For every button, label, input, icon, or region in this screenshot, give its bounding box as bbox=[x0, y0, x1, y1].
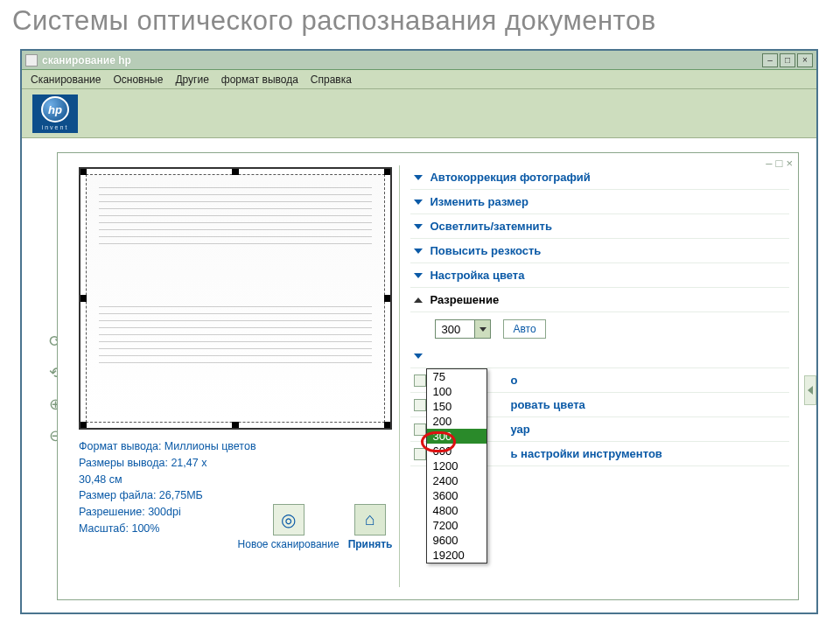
new-scan-icon: ◎ bbox=[273, 504, 304, 536]
acc-label: Осветлить/затемнить bbox=[430, 220, 551, 233]
partial-label: ь настройки инструментов bbox=[510, 447, 662, 460]
menu-other[interactable]: Другие bbox=[175, 74, 208, 86]
resolution-option[interactable]: 1200 bbox=[427, 458, 486, 473]
accept-button[interactable]: ⌂ Принять bbox=[348, 504, 393, 550]
combo-dropdown-button[interactable] bbox=[474, 320, 490, 338]
crop-handle[interactable] bbox=[80, 168, 87, 175]
acc-sharpen[interactable]: Повысить резкость bbox=[410, 239, 789, 263]
resolution-option[interactable]: 4800 bbox=[427, 503, 486, 518]
expand-right-handle[interactable] bbox=[804, 375, 816, 405]
partial-label: ровать цвета bbox=[510, 398, 584, 411]
title-bar: сканирование hp – □ × bbox=[22, 51, 816, 70]
resolution-option[interactable]: 3600 bbox=[427, 488, 486, 503]
crop-handle[interactable] bbox=[80, 295, 87, 302]
crop-handle[interactable] bbox=[232, 168, 239, 175]
window-title: сканирование hp bbox=[42, 54, 762, 66]
info-format: Формат вывода: Миллионы цветов bbox=[79, 438, 392, 455]
crop-handle[interactable] bbox=[384, 295, 391, 302]
resolution-option[interactable]: 300 bbox=[427, 429, 486, 444]
partial-label: о bbox=[510, 374, 517, 387]
crop-handle[interactable] bbox=[80, 422, 87, 429]
resolution-value: 300 bbox=[436, 323, 474, 336]
hp-logo-ball: hp bbox=[41, 96, 69, 122]
app-icon bbox=[25, 54, 38, 66]
scan-preview[interactable] bbox=[79, 167, 392, 430]
preview-page bbox=[86, 174, 385, 423]
resolution-option[interactable]: 100 bbox=[427, 384, 486, 399]
resolution-option[interactable]: 7200 bbox=[427, 518, 486, 533]
partial-label: уар bbox=[510, 423, 529, 436]
info-size-b: 30,48 см bbox=[79, 472, 392, 488]
auto-button[interactable]: Авто bbox=[503, 319, 545, 339]
left-pane: Формат вывода: Миллионы цветов Размеры в… bbox=[65, 160, 397, 592]
dropper-icon bbox=[414, 424, 426, 436]
hp-logo: hp invent bbox=[32, 94, 78, 133]
menu-bar: Сканирование Основные Другие формат выво… bbox=[22, 70, 816, 89]
acc-brightness[interactable]: Осветлить/затемнить bbox=[410, 214, 789, 239]
close-button[interactable]: × bbox=[797, 53, 813, 67]
crop-handle[interactable] bbox=[384, 422, 391, 429]
minimize-button[interactable]: – bbox=[762, 53, 778, 67]
crop-handle[interactable] bbox=[384, 168, 391, 175]
resolution-option[interactable]: 19200 bbox=[427, 548, 486, 563]
info-filesize: Размер файла: 26,75МБ bbox=[79, 487, 392, 504]
accept-label: Принять bbox=[348, 538, 393, 550]
pane-divider[interactable] bbox=[399, 165, 400, 587]
window-buttons: – □ × bbox=[762, 53, 813, 67]
mirror-icon bbox=[414, 374, 426, 387]
workspace: ⟳ ⟲ ⊕ ⊖ – □ × bbox=[22, 138, 816, 612]
resolution-dropdown-list[interactable]: 7510015020030060012002400360048007200960… bbox=[426, 368, 487, 564]
acc-label: Автокоррекция фотографий bbox=[430, 171, 590, 184]
acc-label: Настройка цвета bbox=[430, 269, 524, 282]
crop-handle[interactable] bbox=[232, 422, 239, 429]
scanner-icon: ⌂ bbox=[354, 504, 386, 536]
new-scan-label: Новое сканирование bbox=[238, 538, 340, 550]
resolution-option[interactable]: 75 bbox=[427, 369, 486, 384]
bottom-actions: ◎ Новое сканирование ⌂ Принять bbox=[79, 504, 392, 550]
reset-icon bbox=[414, 448, 426, 460]
acc-autocorrect[interactable]: Автокоррекция фотографий bbox=[410, 165, 789, 190]
menu-main[interactable]: Основные bbox=[113, 74, 163, 86]
info-size-a: Размеры вывода: 21,47 x bbox=[79, 455, 392, 472]
new-scan-button[interactable]: ◎ Новое сканирование bbox=[238, 504, 340, 550]
partial-row[interactable] bbox=[410, 344, 789, 368]
menu-format[interactable]: формат вывода bbox=[221, 74, 298, 86]
resolution-combo[interactable]: 300 bbox=[435, 319, 491, 339]
resolution-option[interactable]: 200 bbox=[427, 414, 486, 429]
acc-resolution[interactable]: Разрешение bbox=[410, 288, 789, 312]
resolution-option[interactable]: 150 bbox=[427, 399, 486, 414]
panel-frame: – □ × bbox=[57, 152, 799, 600]
app-window: сканирование hp – □ × Сканирование Основ… bbox=[20, 49, 818, 614]
invert-icon bbox=[414, 399, 426, 411]
hp-bar: hp invent bbox=[22, 89, 816, 138]
right-pane: Автокоррекция фотографий Изменить размер… bbox=[402, 160, 793, 592]
acc-label: Изменить размер bbox=[430, 195, 528, 208]
hp-logo-sub: invent bbox=[42, 124, 69, 130]
acc-label: Разрешение bbox=[430, 293, 499, 306]
menu-help[interactable]: Справка bbox=[311, 74, 352, 86]
resolution-option[interactable]: 2400 bbox=[427, 473, 486, 488]
acc-label: Повысить резкость bbox=[430, 244, 541, 257]
resolution-option[interactable]: 9600 bbox=[427, 533, 486, 548]
menu-scan[interactable]: Сканирование bbox=[31, 74, 101, 86]
acc-resize[interactable]: Изменить размер bbox=[410, 190, 789, 214]
resolution-option[interactable]: 600 bbox=[427, 444, 486, 458]
maximize-button[interactable]: □ bbox=[780, 53, 795, 67]
slide-title: Системы оптического распознавания докуме… bbox=[0, 0, 840, 38]
resolution-body: 300 Авто bbox=[410, 312, 789, 344]
acc-color[interactable]: Настройка цвета bbox=[410, 263, 789, 288]
